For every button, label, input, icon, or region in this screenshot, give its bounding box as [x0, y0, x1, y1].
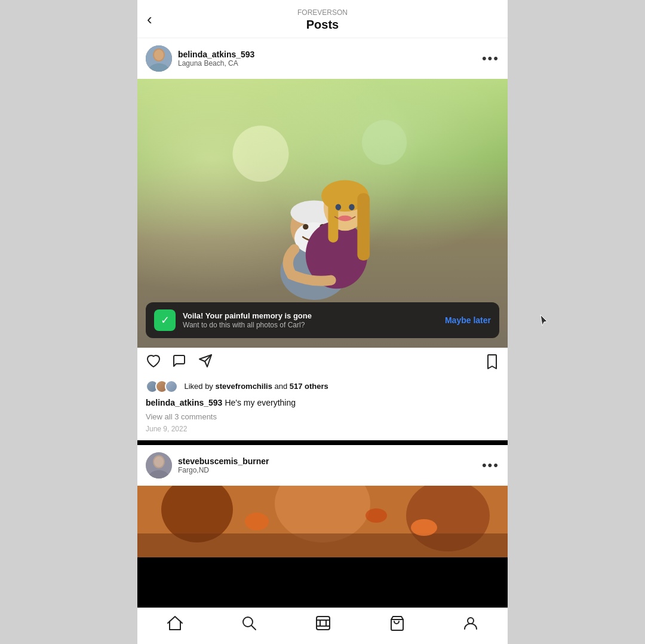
- nav-profile-button[interactable]: [463, 615, 478, 634]
- nav-reels-button[interactable]: [315, 615, 331, 634]
- post-actions-1: [137, 348, 508, 378]
- post-username-1[interactable]: belinda_atkins_593: [178, 50, 254, 59]
- svg-point-32: [366, 508, 387, 523]
- comment-button[interactable]: [172, 354, 188, 372]
- post-more-button-2[interactable]: •••: [482, 459, 499, 472]
- post-more-button-1[interactable]: •••: [482, 52, 499, 65]
- svg-rect-30: [137, 533, 508, 557]
- caption-username[interactable]: belinda_atkins_593: [146, 398, 222, 407]
- svg-point-18: [349, 204, 354, 210]
- notification-subtitle: Want to do this with all photos of Carl?: [183, 321, 438, 329]
- nav-search-button[interactable]: [241, 615, 257, 634]
- bottom-navigation: [137, 608, 508, 644]
- svg-point-10: [303, 224, 308, 229]
- share-button[interactable]: [198, 354, 214, 372]
- svg-rect-37: [320, 620, 326, 626]
- svg-rect-15: [357, 193, 370, 260]
- svg-point-43: [468, 618, 474, 624]
- caption-text: He's my everything: [225, 398, 296, 407]
- page-title: Posts: [147, 18, 498, 32]
- svg-point-31: [245, 513, 269, 530]
- phone-frame: ‹ FOREVERSON Posts: [137, 0, 508, 644]
- liked-by-text: Liked by stevefromchilis and 517 others: [184, 382, 328, 391]
- post-username-2[interactable]: stevebuscemis_burner: [178, 456, 269, 466]
- post-avatar-1[interactable]: [146, 45, 172, 72]
- svg-point-4: [232, 125, 288, 182]
- post-card-2: stevebuscemis_burner Fargo,ND •••: [137, 445, 508, 557]
- post-avatar-2[interactable]: [146, 452, 172, 479]
- post-date-1: June 9, 2022: [137, 424, 508, 440]
- view-comments-link[interactable]: View all 3 comments: [137, 411, 508, 424]
- nav-shop-button[interactable]: [389, 615, 405, 634]
- header-subtitle: FOREVERSON: [147, 8, 498, 17]
- notification-title: Voila! Your painful memory is gone: [183, 311, 438, 320]
- post-location-2: Fargo,ND: [178, 466, 269, 474]
- like-button[interactable]: [146, 354, 161, 372]
- svg-point-25: [154, 456, 164, 467]
- check-icon: ✓: [154, 309, 176, 331]
- svg-rect-36: [317, 617, 330, 630]
- post-location-1: Laguna Beach, CA: [178, 59, 254, 68]
- back-button[interactable]: ‹: [147, 10, 152, 28]
- maybe-later-button[interactable]: Maybe later: [445, 315, 491, 325]
- notification-text: Voila! Your painful memory is gone Want …: [183, 311, 438, 329]
- svg-point-17: [336, 204, 341, 210]
- svg-point-19: [338, 216, 352, 221]
- svg-point-5: [362, 120, 407, 165]
- svg-point-3: [154, 50, 164, 60]
- post-card-1: belinda_atkins_593 Laguna Beach, CA •••: [137, 38, 508, 440]
- post-header-1: belinda_atkins_593 Laguna Beach, CA •••: [137, 38, 508, 79]
- post-image-2: [137, 486, 508, 557]
- page-header: ‹ FOREVERSON Posts: [137, 0, 508, 38]
- post-photo-1: ✓ Voila! Your painful memory is gone Wan…: [137, 79, 508, 348]
- mouse-cursor: [540, 314, 548, 330]
- nav-home-button[interactable]: [167, 615, 183, 634]
- memory-notification: ✓ Voila! Your painful memory is gone Wan…: [146, 302, 499, 338]
- svg-line-35: [251, 625, 256, 630]
- svg-point-33: [411, 519, 437, 536]
- post-header-2: stevebuscemis_burner Fargo,ND •••: [137, 445, 508, 486]
- liked-by-avatars: [146, 380, 178, 393]
- post-likes-1: Liked by stevefromchilis and 517 others: [137, 378, 508, 397]
- post-caption-1: belinda_atkins_593He's my everything: [137, 397, 508, 411]
- save-button[interactable]: [485, 354, 499, 372]
- post-image-container-1: ✓ Voila! Your painful memory is gone Wan…: [137, 79, 508, 348]
